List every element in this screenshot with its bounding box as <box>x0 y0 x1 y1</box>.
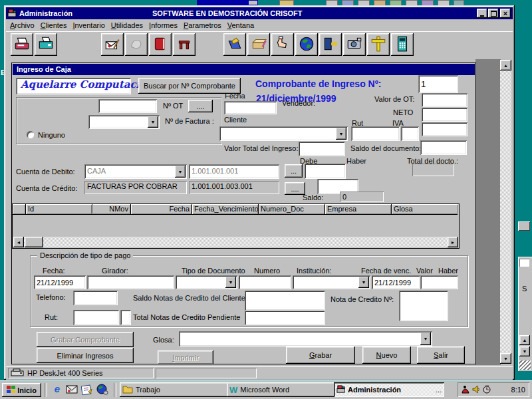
minimize-button[interactable] <box>477 9 487 18</box>
toolbar-globe-button[interactable] <box>295 33 318 56</box>
salir-button[interactable]: Salir <box>417 346 465 364</box>
toolbar-snapshot-button[interactable] <box>343 33 366 56</box>
column-header-select[interactable] <box>13 204 26 215</box>
scroll-right-icon[interactable]: ► <box>448 237 458 247</box>
toolbar-exit-door-button[interactable] <box>319 33 342 56</box>
comprobante-input[interactable] <box>418 75 458 93</box>
rut-dv-input[interactable] <box>401 126 419 141</box>
toolbar-hand-point-button[interactable] <box>271 33 294 56</box>
debito-browse-button[interactable]: ... <box>285 164 303 178</box>
grabar-comprobante-button[interactable]: Grabar Comprobante <box>37 332 134 347</box>
menu-archivo[interactable]: Archivo <box>10 21 35 29</box>
toolbar-workbench-button[interactable] <box>173 33 196 56</box>
chevron-down-icon[interactable]: ▼ <box>148 116 158 128</box>
girador-input[interactable] <box>87 275 174 289</box>
task-administracion-active[interactable]: Administración ... <box>334 382 444 397</box>
menu-parametros[interactable]: Parametros <box>184 21 221 29</box>
institucion-combo[interactable]: ▼ <box>293 275 370 289</box>
app-icon[interactable] <box>7 9 17 19</box>
table-horizontal-scrollbar[interactable]: ◄ ► <box>13 237 458 247</box>
chevron-down-icon[interactable]: ▼ <box>225 277 236 288</box>
toolbar-mail-edit-button[interactable] <box>101 33 124 56</box>
scroll-down-icon[interactable]: ▼ <box>500 353 511 364</box>
quicklaunch-globe-icon[interactable] <box>96 384 108 397</box>
imprimir-button[interactable]: Imprimir <box>158 350 213 364</box>
fecha-venc-input[interactable] <box>372 275 420 289</box>
column-header-numero-doc[interactable]: Numero_Doc <box>259 204 325 215</box>
menu-clientes[interactable]: Clientes <box>41 21 67 29</box>
column-header-fecha-vencimiento[interactable]: Fecha_Vencimiento <box>192 204 259 215</box>
ninguno-label[interactable]: Ninguno <box>38 131 65 139</box>
column-header-nmov[interactable]: NMov <box>92 204 131 215</box>
saldo-notas-input[interactable] <box>245 291 325 311</box>
column-header-fecha[interactable]: Fecha <box>131 204 192 215</box>
tipo-documento-combo[interactable]: ▼ <box>176 275 237 289</box>
cuenta-debito-combo[interactable]: CAJA ▼ <box>84 164 187 179</box>
valor-haber-input[interactable] <box>420 275 458 289</box>
cliente-combo[interactable]: ▼ <box>219 126 348 141</box>
debe-input[interactable] <box>305 164 346 179</box>
column-header-id[interactable]: Id <box>26 204 92 215</box>
form-titlebar[interactable]: Ingreso de Caja <box>13 64 475 75</box>
saldo-documento-input[interactable] <box>420 140 467 155</box>
toolbar-disabled-tool-button[interactable] <box>125 33 148 56</box>
task-microsoft-word[interactable]: W Microsoft Word <box>227 382 336 397</box>
toolbar-calculator-button[interactable] <box>391 33 414 56</box>
toolbar-ledger-book-button[interactable] <box>149 33 172 56</box>
column-header-glosa[interactable]: Glosa <box>392 204 458 215</box>
tray-user-icon[interactable] <box>462 385 470 395</box>
menu-ventana[interactable]: Ventana <box>227 21 254 29</box>
neto-input[interactable] <box>422 108 467 122</box>
toolbar-write-note-button[interactable] <box>223 33 246 56</box>
chevron-down-icon[interactable]: ▼ <box>420 332 431 345</box>
ninguno-radio[interactable] <box>27 131 34 138</box>
chevron-down-icon[interactable]: ▼ <box>336 128 346 140</box>
menu-utilidades[interactable]: Utilidades <box>111 21 143 29</box>
scroll-up-icon[interactable]: ▲ <box>519 335 530 345</box>
rut-input[interactable] <box>351 126 400 141</box>
ot-browse-button[interactable]: .... <box>188 100 213 112</box>
menu-informes[interactable]: Informes <box>149 21 178 29</box>
numero-input[interactable] <box>239 275 291 289</box>
quicklaunch-mail-icon[interactable] <box>66 385 78 395</box>
grabar-button[interactable]: Grabar <box>286 346 355 364</box>
toolbar-print-button[interactable] <box>11 33 33 56</box>
maximize-button[interactable] <box>488 9 499 18</box>
tray-scheduler-icon[interactable] <box>483 385 491 395</box>
total-notas-input[interactable] <box>245 311 325 325</box>
tray-clock[interactable]: 8:10 <box>511 386 525 394</box>
valor-ot-input[interactable] <box>422 93 467 107</box>
menu-inventario[interactable]: Inventario <box>72 21 104 29</box>
nuevo-button[interactable]: Nuevo <box>362 346 411 364</box>
mdi-vertical-scrollbar[interactable]: ▲ ▼ <box>500 60 511 364</box>
eliminar-ingresos-button[interactable]: Eliminar Ingresos <box>37 348 134 363</box>
rut2-dv-input[interactable] <box>120 310 131 325</box>
pago-fecha-input[interactable] <box>34 275 86 289</box>
chevron-down-icon[interactable]: ▼ <box>175 166 186 178</box>
telefono-input[interactable] <box>73 291 118 305</box>
iva-input[interactable] <box>422 122 467 136</box>
start-button[interactable]: Inicio <box>2 383 41 397</box>
rut2-input[interactable] <box>73 310 119 325</box>
quicklaunch-ie-icon[interactable]: e <box>51 383 64 396</box>
quicklaunch-notes-icon[interactable] <box>81 384 92 396</box>
window-titlebar[interactable]: Administración SOFTWARE EN DEMOSTRACIÓN … <box>6 7 513 19</box>
fecha-input[interactable] <box>224 101 277 114</box>
ot-input[interactable] <box>98 99 157 113</box>
resize-grip[interactable] <box>519 360 531 370</box>
factura-combo[interactable]: ▼ <box>88 115 160 129</box>
tray-volume-icon[interactable] <box>472 385 481 395</box>
nota-credito-input[interactable] <box>399 291 448 321</box>
valor-total-input[interactable] <box>299 142 345 156</box>
close-button[interactable]: × <box>500 9 511 18</box>
task-trabajo[interactable]: Trabajo <box>120 382 229 397</box>
toolbar-print-color-button[interactable] <box>35 33 57 56</box>
scroll-down-icon[interactable]: ▼ <box>519 346 530 356</box>
scroll-up-icon[interactable]: ▲ <box>500 60 511 70</box>
scroll-left-icon[interactable]: ◄ <box>13 237 24 247</box>
toolbar-package-edit-button[interactable] <box>247 33 270 56</box>
glosa-combo[interactable]: ▼ <box>179 331 432 346</box>
chevron-down-icon[interactable]: ▼ <box>358 277 369 288</box>
toolbar-t-ruler-button[interactable] <box>367 33 390 56</box>
scrollbar-thumb[interactable] <box>25 237 43 247</box>
